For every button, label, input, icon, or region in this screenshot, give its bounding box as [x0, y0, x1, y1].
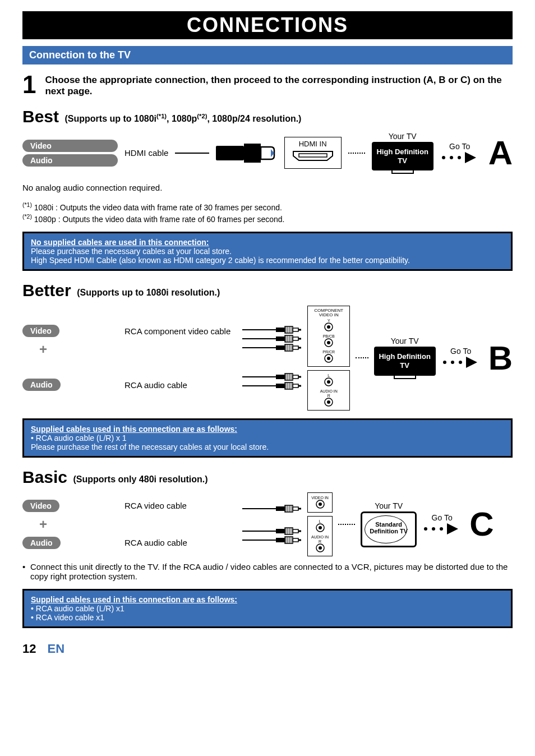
sdtv-icon: Standard Definition TV	[361, 511, 417, 547]
audio-in-label: AUDIO IN	[311, 389, 346, 393]
best-info-block: No supplied cables are used in this conn…	[22, 232, 513, 271]
basic-goto: Go To	[422, 513, 462, 536]
page-root: CONNECTIONS Connection to the TV 1 Choos…	[0, 0, 535, 662]
rca-audio-label: RCA audio cable	[124, 538, 237, 547]
better-tv: Your TV High Definition TV	[374, 336, 436, 379]
footnote-1: (*1) 1080i : Outputs the video data with…	[22, 201, 513, 212]
svg-rect-46	[293, 384, 298, 388]
svg-point-92	[424, 527, 427, 531]
rca-jack-icon	[324, 377, 333, 386]
goto-label: Go To	[440, 142, 479, 151]
better-goto: Go To	[441, 347, 481, 369]
video-in-label: VIDEO IN	[311, 496, 329, 500]
svg-point-6	[458, 156, 461, 159]
svg-rect-62	[276, 506, 285, 511]
rca-plug-icon	[276, 326, 302, 334]
rca-jack-icon	[324, 398, 333, 407]
best-name: Best	[22, 107, 59, 126]
audio-in-port: L AUDIO IN R	[307, 370, 350, 411]
info-line: Please purchase the rest of the necessar…	[31, 442, 269, 451]
rca-plug-icon	[276, 382, 302, 390]
best-pills: Video Audio	[22, 140, 118, 167]
tv-stand-icon	[391, 170, 414, 174]
svg-point-89	[319, 526, 322, 529]
cable-line	[175, 153, 209, 154]
page-number: 12	[22, 642, 36, 656]
rca-plug-icon	[276, 344, 302, 352]
svg-rect-38	[293, 375, 298, 379]
video-pill: Video	[22, 500, 59, 512]
best-diagram: Video Audio HDMI cable HDMI IN Your TV H…	[22, 132, 513, 174]
info-title: Supplied cables used in this connection …	[31, 425, 504, 434]
svg-point-59	[451, 361, 454, 364]
info-title: Supplied cables used in this connection …	[31, 595, 504, 604]
goto-label: Go To	[422, 513, 462, 522]
arrow-icon	[441, 356, 481, 369]
audio-in-port: L AUDIO IN R	[307, 516, 333, 556]
svg-marker-61	[466, 357, 477, 368]
audio-r-label: R	[311, 394, 346, 398]
component-cable-label: RCA component video cable	[124, 326, 237, 336]
svg-rect-32	[276, 375, 285, 379]
step-number: 1	[22, 72, 36, 97]
rca-jack-icon	[324, 338, 333, 347]
svg-rect-78	[276, 538, 285, 542]
svg-rect-23	[298, 338, 301, 340]
svg-rect-69	[298, 508, 301, 509]
hdmi-in-label: HDMI IN	[290, 140, 335, 148]
letter-b: B	[488, 339, 513, 377]
hdmi-plug-icon	[216, 141, 278, 165]
hdmi-port-icon	[290, 149, 335, 163]
arrow-icon	[422, 522, 462, 536]
svg-rect-14	[293, 328, 298, 331]
svg-rect-76	[293, 529, 298, 533]
svg-rect-85	[298, 539, 301, 541]
info-line: Please purchase the necessary cables at …	[31, 247, 232, 256]
rca-jack-icon	[324, 322, 333, 331]
component-header: COMPONENT VIDEO IN	[311, 308, 346, 317]
svg-point-93	[432, 527, 435, 531]
better-info-block: Supplied cables used in this connection …	[22, 418, 513, 458]
svg-point-57	[327, 400, 330, 404]
rca-plug-icon	[276, 536, 302, 544]
svg-rect-24	[276, 345, 285, 350]
svg-rect-39	[298, 376, 301, 378]
svg-rect-77	[298, 530, 301, 532]
svg-rect-3	[299, 154, 327, 157]
basic-diagram: Video RCA video cable + Audio RCA audio …	[22, 492, 513, 556]
hdtv-icon: High Definition TV	[372, 142, 433, 170]
svg-point-87	[319, 503, 322, 506]
best-desc: (Supports up to 1080i(*1), 1080p(*2), 10…	[64, 113, 301, 126]
audio-l-label: L	[311, 374, 346, 377]
video-pill: Video	[22, 140, 118, 152]
page-language: EN	[47, 642, 64, 656]
better-header: Better (Supports up to 1080i resolution.…	[22, 281, 513, 300]
best-tv: Your TV High Definition TV	[372, 132, 433, 174]
step-row: 1 Choose the appropriate connection, the…	[22, 72, 513, 97]
rca-jack-icon	[316, 500, 325, 509]
info-line: • RCA video cable x1	[31, 613, 104, 622]
your-tv-label: Your TV	[372, 132, 433, 141]
svg-point-58	[443, 361, 446, 364]
info-line: • RCA audio cable (L/R) x 1	[31, 434, 127, 442]
svg-point-51	[327, 341, 330, 344]
hdmi-in-port: HDMI IN	[284, 137, 342, 169]
basic-info-block: Supplied cables used in this connection …	[22, 589, 513, 628]
tv-stand-icon	[394, 376, 416, 379]
svg-point-5	[450, 156, 453, 159]
audio-in-label: AUDIO IN	[311, 535, 329, 539]
audio-l-label: L	[311, 519, 329, 523]
audio-pill: Audio	[22, 537, 61, 549]
rca-audio-label: RCA audio cable	[124, 380, 237, 390]
svg-rect-15	[298, 329, 301, 331]
page-title: CONNECTIONS	[22, 13, 513, 37]
svg-point-60	[459, 361, 462, 364]
title-bar: CONNECTIONS	[22, 11, 513, 39]
dotted-connector	[338, 524, 355, 525]
basic-name: Basic	[22, 468, 67, 487]
svg-rect-84	[293, 538, 298, 542]
hdtv-icon: High Definition TV	[374, 347, 436, 375]
port-y-label: Y	[311, 319, 346, 322]
component-in-port: COMPONENT VIDEO IN Y PB/CB PR/CR	[307, 306, 350, 367]
svg-rect-8	[276, 328, 285, 332]
